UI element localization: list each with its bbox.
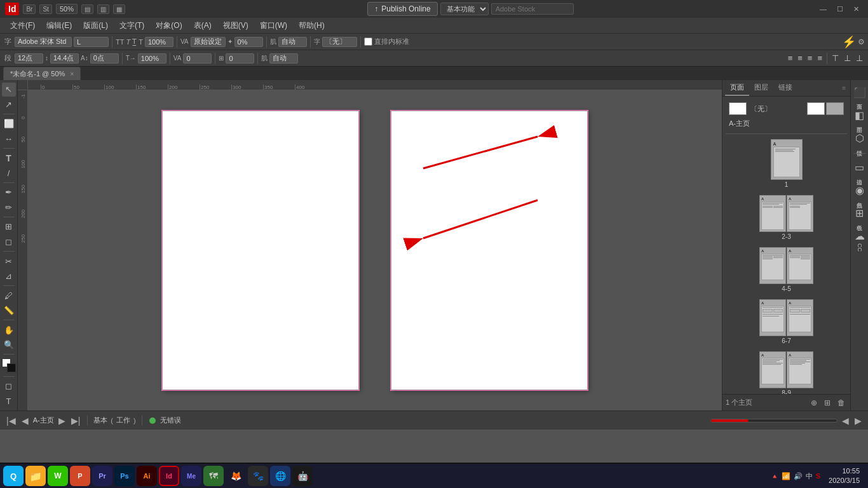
sys-tray-volume[interactable]: 🔊 (794, 472, 803, 480)
normal-mode[interactable]: ◻ (2, 379, 16, 393)
hand-tool[interactable]: ✋ (2, 323, 16, 337)
menu-text[interactable]: 文字(T) (114, 19, 149, 32)
taskbar-robot[interactable]: 🤖 (292, 466, 313, 486)
taskbar-explorer[interactable]: 📁 (25, 466, 46, 486)
taskbar-photoshop[interactable]: Ps (114, 466, 135, 486)
align-center[interactable]: ≡ (796, 53, 804, 64)
pages-icon-btn[interactable]: ⬛ 页面 (851, 83, 868, 104)
taskbar-wechat[interactable]: W (48, 466, 68, 486)
links-icon-btn[interactable]: ⬡ 链接 (851, 128, 868, 149)
nav-last-btn[interactable]: ▶| (70, 416, 82, 426)
panel-menu-icon[interactable]: ≡ (840, 85, 848, 92)
free-transform[interactable]: ⊿ (2, 269, 16, 283)
select-tool[interactable]: ↖ (2, 83, 16, 97)
doc-tab-close[interactable]: × (70, 71, 74, 78)
cc-libraries-icon-btn[interactable]: ☁ CC (851, 226, 868, 255)
preview-mode[interactable]: T (2, 394, 16, 408)
font-name-input[interactable] (15, 37, 72, 47)
stroke-icon-btn[interactable]: ▭ 描边 (851, 158, 868, 179)
scroll-right-btn[interactable]: ▶ (853, 416, 863, 426)
page-tool[interactable]: ⬜ (2, 117, 16, 131)
view-btn2[interactable]: ▥ (97, 4, 109, 14)
menu-file[interactable]: 文件(F) (5, 19, 40, 32)
bridge-icon[interactable]: Br (23, 4, 36, 14)
taskbar-vpn[interactable]: 🐾 (248, 466, 268, 486)
view-btn1[interactable]: ▤ (81, 4, 93, 14)
tracking-input[interactable] (191, 37, 226, 47)
delete-page-btn[interactable]: 🗑 (836, 398, 847, 407)
taskbar-media-encoder[interactable]: Me (181, 466, 201, 486)
document-tab[interactable]: *未命名-1 @ 50% × (3, 67, 81, 81)
leading-input[interactable] (50, 53, 79, 64)
minimize-button[interactable]: — (816, 4, 831, 14)
taskbar-illustrator[interactable]: Ai (137, 466, 157, 486)
taskbar-indesign[interactable]: Id (159, 466, 179, 486)
word-space-input[interactable] (226, 53, 254, 64)
taskbar-premiere[interactable]: Pr (92, 466, 112, 486)
close-button[interactable]: ✕ (850, 4, 863, 15)
page-item-4-5[interactable]: A A (726, 245, 847, 294)
menu-object[interactable]: 对象(O) (151, 19, 187, 32)
maximize-button[interactable]: ☐ (833, 4, 847, 15)
lightning-icon[interactable]: ⚡ (842, 35, 856, 49)
scale-h-input[interactable] (138, 53, 166, 64)
tab-links[interactable]: 链接 (773, 80, 797, 96)
tab-pages[interactable]: 页面 (725, 80, 749, 96)
swatches-icon-btn[interactable]: ⊞ 色板 (851, 203, 868, 224)
nav-first-btn[interactable]: |◀ (5, 416, 17, 426)
direct-type-checkbox[interactable]: 直排内标准 (364, 37, 409, 46)
scale-v-input[interactable] (183, 53, 212, 64)
menu-view[interactable]: 视图(V) (218, 19, 254, 32)
line-tool[interactable]: / (2, 166, 16, 180)
search-input[interactable] (491, 3, 574, 15)
skew-input[interactable] (234, 37, 263, 47)
page-item-2-3[interactable]: A (726, 193, 847, 242)
settings-icon[interactable]: ⚙ (858, 37, 865, 46)
align-v-mid[interactable]: ⊥ (842, 53, 853, 64)
sys-tray-up-arrow[interactable]: 🔺 (771, 473, 778, 480)
sys-tray-s[interactable]: S (816, 472, 820, 480)
measure-tool[interactable]: 📏 (2, 304, 16, 318)
menu-window[interactable]: 窗口(W) (255, 19, 292, 32)
font-size2-input[interactable] (15, 53, 43, 64)
taskbar-firefox[interactable]: 🦊 (226, 466, 246, 486)
nav-next-btn[interactable]: ▶ (57, 416, 67, 426)
zoom-tool[interactable]: 🔍 (2, 338, 16, 352)
canvas-viewport[interactable] (28, 90, 722, 410)
scissors-tool[interactable]: ✂ (2, 254, 16, 268)
taskbar-powerpoint[interactable]: P (70, 466, 90, 486)
workspace-select[interactable]: 基本功能 (440, 3, 489, 15)
menu-help[interactable]: 帮助(H) (294, 19, 330, 32)
font-style-input[interactable] (74, 37, 109, 47)
baseline-input[interactable] (90, 53, 119, 64)
menu-table[interactable]: 表(A) (189, 19, 217, 32)
taskbar-tencent[interactable]: Q (3, 466, 24, 486)
layers-icon-btn[interactable]: ◧ 图层 (851, 105, 868, 126)
taskbar-network[interactable]: 🌐 (270, 466, 290, 486)
stock-icon[interactable]: St (39, 4, 51, 14)
align-v-bot[interactable]: ⊥ (854, 53, 865, 64)
view-btn3[interactable]: ▦ (113, 4, 125, 14)
gap-tool[interactable]: ↔ (2, 132, 16, 146)
align-v-top[interactable]: ⊤ (830, 53, 841, 64)
align-right[interactable]: ≡ (806, 53, 815, 64)
shape-tool[interactable]: ◻ (2, 235, 16, 249)
color-icon-btn[interactable]: ◉ 颜色 (851, 180, 868, 201)
taskbar-maps[interactable]: 🗺 (203, 466, 224, 486)
auto2-input[interactable] (269, 53, 298, 64)
text-tool[interactable]: T (2, 151, 16, 165)
create-master-btn[interactable]: ⊞ (822, 398, 832, 407)
eyedropper-tool[interactable]: 🖊 (2, 288, 16, 302)
tab-layers[interactable]: 图层 (749, 80, 773, 96)
kerning-input[interactable] (278, 37, 307, 47)
menu-layout[interactable]: 版面(L) (78, 19, 113, 32)
page-item-6-7[interactable]: A A (726, 297, 847, 346)
sys-tray-ime[interactable]: 中 (806, 471, 813, 481)
font-size-input[interactable] (145, 37, 173, 47)
menu-edit[interactable]: 编辑(E) (41, 19, 77, 32)
align-left[interactable]: ≡ (786, 53, 795, 64)
char-style-input[interactable] (322, 37, 357, 47)
pen-tool[interactable]: ✒ (2, 186, 16, 200)
nav-prev-btn[interactable]: ◀ (20, 416, 30, 426)
pencil-tool[interactable]: ✏ (2, 201, 16, 215)
